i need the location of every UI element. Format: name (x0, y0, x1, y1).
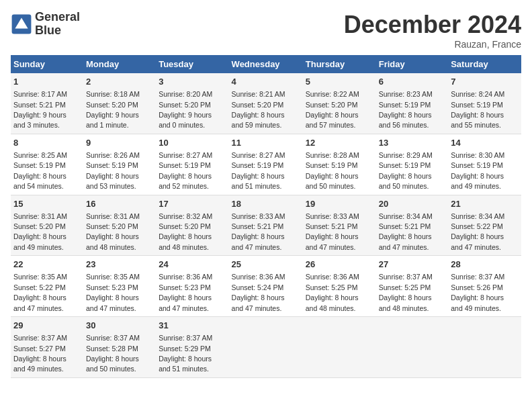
calendar-cell: 30Sunrise: 8:37 AM Sunset: 5:28 PM Dayli… (83, 317, 156, 378)
day-info: Sunrise: 8:37 AM Sunset: 5:25 PM Dayligh… (379, 273, 433, 312)
calendar-cell (448, 317, 521, 378)
day-info: Sunrise: 8:32 AM Sunset: 5:20 PM Dayligh… (159, 212, 212, 251)
day-info: Sunrise: 8:28 AM Sunset: 5:19 PM Dayligh… (306, 151, 359, 190)
weekday-header: Thursday (303, 55, 376, 73)
calendar-cell: 14Sunrise: 8:30 AM Sunset: 5:19 PM Dayli… (448, 134, 521, 195)
calendar-header: SundayMondayTuesdayWednesdayThursdayFrid… (11, 55, 521, 73)
calendar-cell: 10Sunrise: 8:27 AM Sunset: 5:19 PM Dayli… (156, 134, 228, 195)
day-number: 20 (379, 198, 445, 210)
calendar-cell: 1Sunrise: 8:17 AM Sunset: 5:21 PM Daylig… (11, 73, 83, 134)
day-info: Sunrise: 8:33 AM Sunset: 5:21 PM Dayligh… (232, 212, 285, 251)
day-info: Sunrise: 8:26 AM Sunset: 5:19 PM Dayligh… (86, 151, 140, 190)
day-info: Sunrise: 8:18 AM Sunset: 5:20 PM Dayligh… (86, 90, 140, 129)
day-info: Sunrise: 8:37 AM Sunset: 5:29 PM Dayligh… (159, 334, 212, 373)
calendar-cell: 11Sunrise: 8:27 AM Sunset: 5:19 PM Dayli… (229, 134, 303, 195)
calendar-week-row: 29Sunrise: 8:37 AM Sunset: 5:27 PM Dayli… (11, 317, 521, 378)
day-info: Sunrise: 8:37 AM Sunset: 5:28 PM Dayligh… (86, 334, 140, 373)
day-info: Sunrise: 8:21 AM Sunset: 5:20 PM Dayligh… (232, 90, 285, 129)
day-number: 9 (86, 137, 153, 149)
calendar-cell: 22Sunrise: 8:35 AM Sunset: 5:22 PM Dayli… (11, 256, 83, 317)
weekday-header: Sunday (11, 55, 83, 73)
day-info: Sunrise: 8:27 AM Sunset: 5:19 PM Dayligh… (159, 151, 212, 190)
calendar-cell: 7Sunrise: 8:24 AM Sunset: 5:19 PM Daylig… (448, 73, 521, 134)
day-info: Sunrise: 8:33 AM Sunset: 5:21 PM Dayligh… (306, 212, 359, 251)
day-number: 1 (13, 76, 81, 88)
calendar-cell: 27Sunrise: 8:37 AM Sunset: 5:25 PM Dayli… (376, 256, 448, 317)
calendar-cell: 25Sunrise: 8:36 AM Sunset: 5:24 PM Dayli… (229, 256, 303, 317)
day-number: 14 (451, 137, 519, 149)
day-number: 24 (159, 259, 226, 271)
day-number: 6 (379, 76, 445, 88)
calendar-week-row: 15Sunrise: 8:31 AM Sunset: 5:20 PM Dayli… (11, 195, 521, 256)
calendar-cell: 9Sunrise: 8:26 AM Sunset: 5:19 PM Daylig… (83, 134, 156, 195)
calendar-cell: 4Sunrise: 8:21 AM Sunset: 5:20 PM Daylig… (229, 73, 303, 134)
calendar-cell: 28Sunrise: 8:37 AM Sunset: 5:26 PM Dayli… (448, 256, 521, 317)
day-number: 8 (13, 137, 81, 149)
day-number: 5 (306, 76, 373, 88)
day-info: Sunrise: 8:37 AM Sunset: 5:26 PM Dayligh… (451, 273, 504, 312)
day-info: Sunrise: 8:27 AM Sunset: 5:19 PM Dayligh… (232, 151, 285, 190)
location: Rauzan, France (344, 39, 521, 50)
calendar-cell: 24Sunrise: 8:36 AM Sunset: 5:23 PM Dayli… (156, 256, 228, 317)
calendar-cell (229, 317, 303, 378)
calendar-cell: 2Sunrise: 8:18 AM Sunset: 5:20 PM Daylig… (83, 73, 156, 134)
day-info: Sunrise: 8:24 AM Sunset: 5:19 PM Dayligh… (451, 90, 504, 129)
day-info: Sunrise: 8:36 AM Sunset: 5:25 PM Dayligh… (306, 273, 359, 312)
day-number: 18 (232, 198, 300, 210)
calendar-cell (303, 317, 376, 378)
day-info: Sunrise: 8:23 AM Sunset: 5:19 PM Dayligh… (379, 90, 433, 129)
day-number: 10 (159, 137, 226, 149)
calendar-cell: 15Sunrise: 8:31 AM Sunset: 5:20 PM Dayli… (11, 195, 83, 256)
day-number: 27 (379, 259, 445, 271)
calendar-cell: 31Sunrise: 8:37 AM Sunset: 5:29 PM Dayli… (156, 317, 228, 378)
day-info: Sunrise: 8:34 AM Sunset: 5:22 PM Dayligh… (451, 212, 504, 251)
calendar-cell: 5Sunrise: 8:22 AM Sunset: 5:20 PM Daylig… (303, 73, 376, 134)
day-number: 23 (86, 259, 153, 271)
day-number: 4 (232, 76, 300, 88)
calendar-cell: 20Sunrise: 8:34 AM Sunset: 5:21 PM Dayli… (376, 195, 448, 256)
day-number: 30 (86, 320, 153, 332)
weekday-header: Friday (376, 55, 448, 73)
day-info: Sunrise: 8:17 AM Sunset: 5:21 PM Dayligh… (13, 90, 67, 129)
calendar-cell: 26Sunrise: 8:36 AM Sunset: 5:25 PM Dayli… (303, 256, 376, 317)
calendar-table: SundayMondayTuesdayWednesdayThursdayFrid… (11, 55, 521, 378)
calendar-cell (376, 317, 448, 378)
weekday-header: Wednesday (229, 55, 303, 73)
weekday-header: Saturday (448, 55, 521, 73)
day-number: 25 (232, 259, 300, 271)
day-info: Sunrise: 8:31 AM Sunset: 5:20 PM Dayligh… (13, 212, 67, 251)
day-number: 12 (306, 137, 373, 149)
day-number: 3 (159, 76, 226, 88)
day-info: Sunrise: 8:29 AM Sunset: 5:19 PM Dayligh… (379, 151, 433, 190)
day-info: Sunrise: 8:22 AM Sunset: 5:20 PM Dayligh… (306, 90, 359, 129)
page-header: General Blue December 2024 Rauzan, Franc… (11, 11, 521, 50)
day-number: 16 (86, 198, 153, 210)
day-info: Sunrise: 8:35 AM Sunset: 5:23 PM Dayligh… (86, 273, 140, 312)
day-info: Sunrise: 8:36 AM Sunset: 5:23 PM Dayligh… (159, 273, 212, 312)
day-number: 2 (86, 76, 153, 88)
calendar-week-row: 8Sunrise: 8:25 AM Sunset: 5:19 PM Daylig… (11, 134, 521, 195)
day-info: Sunrise: 8:31 AM Sunset: 5:20 PM Dayligh… (86, 212, 140, 251)
day-info: Sunrise: 8:20 AM Sunset: 5:20 PM Dayligh… (159, 90, 212, 129)
calendar-week-row: 22Sunrise: 8:35 AM Sunset: 5:22 PM Dayli… (11, 256, 521, 317)
day-number: 31 (159, 320, 226, 332)
day-info: Sunrise: 8:37 AM Sunset: 5:27 PM Dayligh… (13, 334, 67, 373)
day-number: 17 (159, 198, 226, 210)
day-info: Sunrise: 8:25 AM Sunset: 5:19 PM Dayligh… (13, 151, 67, 190)
day-number: 21 (451, 198, 519, 210)
logo-line2: Blue (35, 24, 80, 38)
calendar-cell: 8Sunrise: 8:25 AM Sunset: 5:19 PM Daylig… (11, 134, 83, 195)
day-number: 7 (451, 76, 519, 88)
day-number: 19 (306, 198, 373, 210)
calendar-cell: 6Sunrise: 8:23 AM Sunset: 5:19 PM Daylig… (376, 73, 448, 134)
calendar-cell: 29Sunrise: 8:37 AM Sunset: 5:27 PM Dayli… (11, 317, 83, 378)
calendar-cell: 3Sunrise: 8:20 AM Sunset: 5:20 PM Daylig… (156, 73, 228, 134)
calendar-cell: 19Sunrise: 8:33 AM Sunset: 5:21 PM Dayli… (303, 195, 376, 256)
weekday-header: Tuesday (156, 55, 228, 73)
calendar-cell: 18Sunrise: 8:33 AM Sunset: 5:21 PM Dayli… (229, 195, 303, 256)
day-number: 15 (13, 198, 81, 210)
calendar-cell: 23Sunrise: 8:35 AM Sunset: 5:23 PM Dayli… (83, 256, 156, 317)
title-block: December 2024 Rauzan, France (344, 11, 521, 50)
day-number: 28 (451, 259, 519, 271)
logo-text: General Blue (35, 11, 80, 38)
